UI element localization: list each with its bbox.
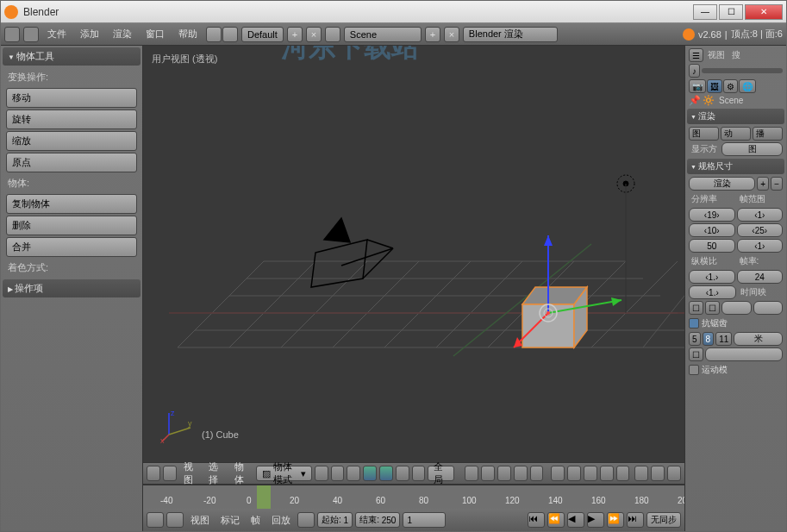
- layer-button[interactable]: [584, 466, 597, 481]
- playhead[interactable]: [257, 485, 271, 509]
- scene-del-button[interactable]: ×: [444, 27, 459, 42]
- sync-select[interactable]: 无同步: [646, 512, 681, 528]
- menu-collapse-icon[interactable]: [23, 27, 39, 42]
- tl-editor-type-icon[interactable]: [147, 512, 164, 528]
- delete-button[interactable]: 删除: [6, 216, 137, 235]
- tab-render-icon[interactable]: 📷: [689, 79, 706, 93]
- render-section-header[interactable]: 渲染: [687, 109, 784, 124]
- manipulator-translate-icon[interactable]: [379, 466, 393, 481]
- frame-step-input[interactable]: ‹1›: [737, 239, 784, 253]
- motion-blur-checkbox[interactable]: [689, 365, 699, 375]
- layer-button[interactable]: [481, 466, 495, 481]
- rotate-button[interactable]: 旋转: [6, 110, 137, 129]
- menu-file[interactable]: 文件: [42, 28, 72, 41]
- preset-select[interactable]: 渲染: [689, 177, 755, 191]
- vh-view-menu[interactable]: 视图: [179, 460, 203, 486]
- jump-start-icon[interactable]: ⏮: [528, 512, 545, 528]
- editor-type-icon[interactable]: [4, 27, 20, 42]
- tl-view-menu[interactable]: 视图: [186, 514, 214, 527]
- layer-button[interactable]: [600, 466, 614, 481]
- display-select[interactable]: 图: [721, 142, 783, 156]
- tl-marker-menu[interactable]: 标记: [216, 514, 244, 527]
- dimensions-header[interactable]: 规格尺寸: [687, 159, 784, 174]
- vh-object-menu[interactable]: 物体: [230, 460, 253, 486]
- aspect-y-input[interactable]: ‹1.›: [689, 285, 736, 299]
- layer-button[interactable]: [497, 466, 511, 481]
- res-x-input[interactable]: ‹19›: [689, 208, 735, 222]
- render-anim-button[interactable]: 动: [721, 127, 751, 141]
- menu-toggle-icon[interactable]: [163, 466, 177, 481]
- snap-type-icon[interactable]: [651, 466, 665, 481]
- minimize-button[interactable]: —: [693, 4, 717, 20]
- scene-add-button[interactable]: +: [425, 27, 440, 42]
- maximize-button[interactable]: ☐: [719, 4, 743, 20]
- pin-icon[interactable]: 📌: [689, 95, 701, 106]
- frame-end-input[interactable]: ‹25›: [737, 223, 784, 237]
- scene-select[interactable]: Scene: [344, 27, 422, 42]
- keyframe-prev-icon[interactable]: ⏪: [547, 512, 565, 528]
- tl-menu-toggle-icon[interactable]: [166, 512, 184, 528]
- keyframe-next-icon[interactable]: ⏩: [607, 512, 624, 528]
- layer-button[interactable]: [567, 466, 581, 481]
- end-frame-input[interactable]: 结束: 250: [355, 512, 400, 528]
- manipulator-toggle-icon[interactable]: [363, 466, 377, 481]
- layout-del-button[interactable]: ×: [306, 27, 322, 42]
- fps-select[interactable]: 24: [737, 270, 784, 284]
- play-icon[interactable]: ▶: [587, 512, 604, 528]
- layout-prev-button[interactable]: [206, 27, 222, 42]
- full-sample-toggle[interactable]: ☐: [689, 347, 703, 361]
- frame-start-input[interactable]: ‹1›: [737, 208, 784, 222]
- render-image-button[interactable]: 图: [689, 127, 719, 141]
- aa-filter-select[interactable]: 米: [734, 332, 783, 346]
- tab-layers-icon[interactable]: 🖼: [707, 79, 722, 93]
- 3d-viewport[interactable]: 河东下载站 用户视图 (透视): [143, 46, 684, 462]
- render-play-button[interactable]: 播: [753, 127, 783, 141]
- motion-blur-header[interactable]: 运动模: [687, 362, 784, 378]
- close-button[interactable]: ✕: [745, 4, 783, 20]
- pivot-opts-icon[interactable]: [347, 466, 360, 481]
- preset-add-button[interactable]: +: [757, 177, 769, 191]
- layout-add-button[interactable]: +: [287, 27, 303, 42]
- aa-header[interactable]: 抗锯齿: [687, 316, 784, 331]
- border-toggle[interactable]: ☐: [689, 301, 703, 315]
- snap-icon[interactable]: [634, 466, 648, 481]
- aa-8-button[interactable]: 8: [703, 332, 715, 346]
- duplicate-button[interactable]: 复制物体: [6, 194, 137, 214]
- ol-search-menu[interactable]: 搜: [729, 48, 743, 62]
- tab-scene-icon[interactable]: ⚙: [723, 79, 738, 93]
- scale-button[interactable]: 缩放: [6, 131, 137, 151]
- tab-world-icon[interactable]: 🌐: [739, 79, 756, 93]
- vh-select-menu[interactable]: 选择: [204, 460, 228, 486]
- menu-help[interactable]: 帮助: [173, 28, 203, 41]
- mode-select[interactable]: ▨物体模式▾: [256, 466, 312, 481]
- current-frame-input[interactable]: 1: [403, 512, 446, 528]
- tools-header[interactable]: 物体工具: [3, 47, 141, 66]
- layout-next-button[interactable]: [222, 27, 238, 42]
- layer-button[interactable]: [530, 466, 544, 481]
- layer-button[interactable]: [465, 466, 478, 481]
- layout-select[interactable]: Default: [241, 27, 284, 42]
- manipulator-scale-icon[interactable]: [412, 466, 426, 481]
- remap-new-input[interactable]: [753, 301, 784, 315]
- join-button[interactable]: 合并: [6, 237, 137, 257]
- render-engine-select[interactable]: Blender 渲染: [463, 27, 558, 42]
- origin-button[interactable]: 原点: [6, 153, 137, 172]
- tl-playback-menu[interactable]: 回放: [267, 514, 295, 527]
- menu-render[interactable]: 渲染: [108, 28, 137, 41]
- translate-button[interactable]: 移动: [6, 88, 137, 108]
- res-pct-input[interactable]: 50: [689, 239, 735, 253]
- jump-end-icon[interactable]: ⏭: [627, 512, 644, 528]
- orientation-select[interactable]: 全局: [428, 466, 454, 481]
- aa-5-button[interactable]: 5: [689, 332, 701, 346]
- aa-11-button[interactable]: 11: [715, 332, 732, 346]
- ol-view-menu[interactable]: 视图: [705, 48, 728, 62]
- filter-size-input[interactable]: [705, 347, 783, 361]
- remap-old-input[interactable]: [721, 301, 752, 315]
- play-reverse-icon[interactable]: ◀: [567, 512, 584, 528]
- manipulator-rotate-icon[interactable]: [396, 466, 409, 481]
- layer-button[interactable]: [551, 466, 565, 481]
- shading-solid-icon[interactable]: [315, 466, 328, 481]
- layer-button[interactable]: [616, 466, 630, 481]
- render-preview-icon[interactable]: [667, 466, 681, 481]
- operator-header[interactable]: 操作项: [3, 279, 141, 297]
